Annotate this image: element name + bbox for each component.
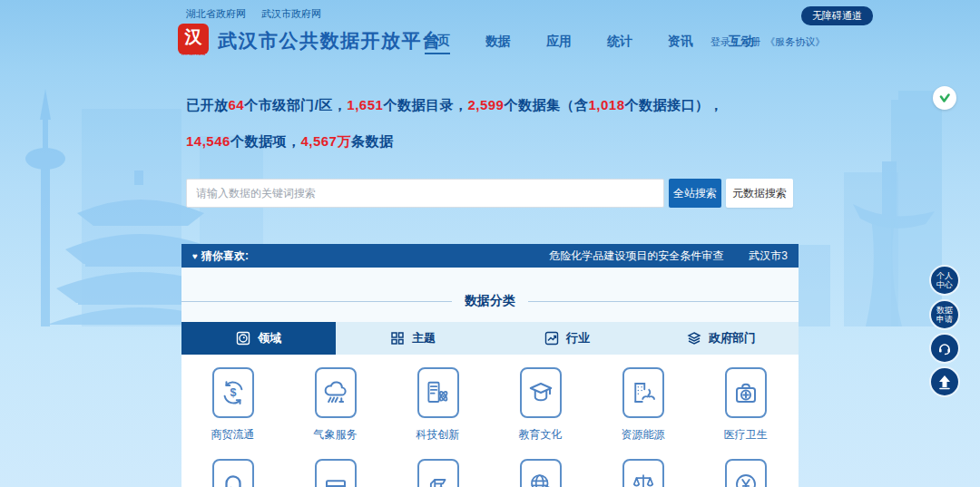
section-title: 数据分类 (465, 293, 515, 309)
heart-icon: ♥ (192, 251, 198, 261)
category-row-2 (181, 459, 799, 487)
category-row2-1[interactable] (181, 459, 284, 487)
back-to-top-button[interactable] (929, 366, 960, 397)
education-graduation-cap-icon (527, 379, 554, 406)
category-row2-5[interactable] (592, 459, 694, 487)
gov-links: 湖北省政府网 武汉市政府网 (186, 7, 334, 21)
site-search-button[interactable]: 全站搜索 (669, 179, 721, 208)
field-compass-icon (236, 331, 250, 346)
login-link[interactable]: 登录 / (710, 35, 736, 49)
construction-crane-icon (425, 471, 452, 487)
transport-arch-icon (220, 471, 247, 487)
green-v-badge[interactable] (933, 86, 956, 110)
technology-doc-atom-icon (425, 379, 452, 406)
auth-links: 登录 / 注册 《服务协议》 (710, 35, 825, 49)
categories-content: $ 商贸流通 气象服务 科技创新 教育文化 资源能源 (181, 355, 799, 487)
nav-apps[interactable]: 应用 (546, 34, 572, 54)
departments-layers-icon (687, 331, 701, 346)
tab-departments[interactable]: 政府部门 (644, 322, 799, 355)
nav-news[interactable]: 资讯 (668, 34, 693, 54)
category-medical[interactable]: 医疗卫生 (694, 367, 797, 443)
category-resources[interactable]: 资源能源 (592, 367, 694, 443)
data-classification-panel: 数据分类 领域 主题 行业 政府部门 $ (181, 268, 799, 487)
nav-data[interactable]: 数据 (485, 34, 511, 54)
recommend-bar: ♥ 猜你喜欢: 危险化学品建设项目的安全条件审查 武汉市3 (181, 244, 799, 268)
site-logo-seal[interactable]: 汉 (178, 24, 209, 54)
recommend-label: 猜你喜欢: (201, 248, 249, 264)
link-wuhan-gov[interactable]: 武汉市政府网 (261, 8, 321, 19)
category-weather[interactable]: 气象服务 (284, 367, 387, 443)
industry-chart-icon (544, 331, 559, 346)
category-row2-2[interactable] (284, 459, 387, 487)
furniture-platform-icon (322, 471, 349, 487)
site-logo-subtext: WUHAN DATA (176, 52, 211, 56)
service-agreement-link[interactable]: 《服务协议》 (765, 35, 825, 49)
justice-scales-icon (630, 471, 657, 487)
tab-field[interactable]: 领域 (181, 322, 336, 355)
tab-theme[interactable]: 主题 (336, 322, 490, 355)
finance-yuan-icon (732, 471, 760, 487)
classification-tabs: 领域 主题 行业 政府部门 (181, 322, 799, 355)
category-row2-6[interactable] (694, 459, 797, 487)
personal-center-button[interactable]: 个人中心 (929, 265, 960, 296)
category-commerce[interactable]: $ 商贸流通 (181, 367, 284, 443)
resources-building-fan-icon (630, 379, 657, 406)
theme-grid-icon (390, 331, 405, 346)
register-link[interactable]: 注册 (740, 35, 760, 49)
nav-home[interactable]: 首页 (425, 33, 450, 54)
category-technology[interactable]: 科技创新 (387, 367, 489, 443)
category-row-1: $ 商贸流通 气象服务 科技创新 教育文化 资源能源 (181, 367, 799, 443)
headset-icon (936, 340, 953, 356)
category-education[interactable]: 教育文化 (489, 367, 592, 443)
category-row2-4[interactable] (489, 459, 592, 487)
nav-stats[interactable]: 统计 (607, 34, 632, 54)
category-row2-3[interactable] (387, 459, 489, 487)
accessibility-button[interactable]: 无障碍通道 (801, 6, 873, 25)
section-header: 数据分类 (181, 293, 799, 309)
weather-cloud-rain-icon (322, 379, 349, 406)
search-input[interactable] (186, 179, 664, 208)
globe-network-icon (527, 471, 554, 487)
recommend-ticker-next[interactable]: 武汉市3 (749, 248, 788, 264)
svg-text:$: $ (230, 386, 236, 399)
site-title[interactable]: 武汉市公共数据开放平台 (218, 28, 443, 54)
customer-service-button[interactable] (929, 333, 960, 364)
page: 湖北省政府网 武汉市政府网 无障碍通道 汉 WUHAN DATA 武汉市公共数据… (0, 0, 980, 487)
link-hubei-gov[interactable]: 湖北省政府网 (186, 8, 246, 19)
open-data-stats: 已开放64个市级部门/区，1,651个数据目录，2,599个数据集（含1,018… (186, 87, 747, 160)
data-request-button[interactable]: 数据申请 (929, 299, 960, 330)
medical-bag-cross-icon (732, 379, 760, 406)
up-arrow-icon (936, 374, 953, 390)
meta-search-button[interactable]: 元数据搜索 (726, 179, 793, 208)
green-v-badge-icon (937, 91, 952, 105)
commerce-dollar-cycle-icon: $ (220, 379, 247, 406)
recommend-ticker-item[interactable]: 危险化学品建设项目的安全条件审查 (549, 248, 723, 264)
tab-industry[interactable]: 行业 (490, 322, 644, 355)
